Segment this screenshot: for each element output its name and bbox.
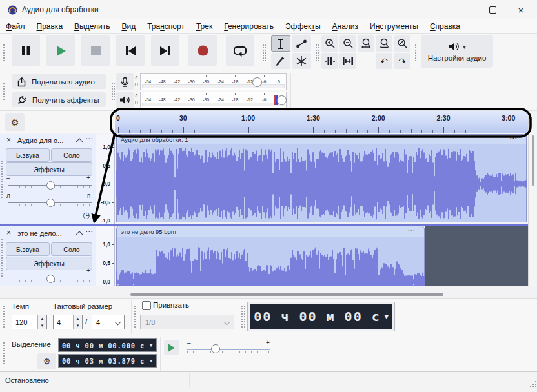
resize-grip-icon[interactable] — [529, 380, 536, 387]
menu-item-4[interactable]: Вид — [116, 19, 141, 34]
zoom-in-button[interactable] — [321, 35, 338, 52]
play-at-speed-button[interactable] — [164, 340, 179, 355]
menu-item-6[interactable]: Трек — [190, 19, 218, 34]
timeline-options-button[interactable]: ⚙ — [5, 113, 25, 131]
toolbar-grip[interactable] — [414, 44, 418, 62]
waveform-track-1[interactable] — [116, 144, 527, 222]
time-ruler[interactable]: 0301:001:302:002:303:00 — [115, 111, 528, 133]
timesig-upper-input[interactable]: 4 ▲▼ — [53, 315, 83, 329]
envelope-tool-button[interactable] — [292, 35, 311, 52]
zoom-selection-button[interactable] — [358, 35, 374, 52]
field-caret-icon[interactable]: ▼ — [150, 358, 153, 364]
play-speed-slider[interactable] — [187, 349, 270, 350]
track-header[interactable]: × это не дело... ⋯ Б.звука Соло Эффекты … — [0, 226, 96, 286]
audio-setup-button[interactable]: ▾ Настройки аудио — [421, 35, 493, 68]
selection-options-button[interactable]: ⚙ — [37, 353, 56, 369]
toolbar-grip[interactable] — [3, 83, 6, 101]
time-display[interactable]: 00 ч 00 м 00 с ▾ — [247, 302, 395, 331]
vertical-scale-ruler[interactable]: 1,00,50,0 — [96, 226, 115, 286]
spin-down-icon[interactable]: ▼ — [74, 322, 82, 329]
mute-button[interactable]: Б.звука — [6, 148, 50, 162]
silence-audio-button[interactable] — [339, 53, 356, 69]
playback-monitor-button[interactable] — [116, 92, 134, 108]
zoom-out-button[interactable] — [339, 35, 356, 52]
timesig-spinner[interactable]: ▲▼ — [73, 315, 82, 329]
spin-up-icon[interactable]: ▲ — [74, 315, 82, 322]
play-speed-knob[interactable] — [211, 344, 220, 353]
pan-slider-knob[interactable] — [46, 199, 55, 207]
trim-audio-button[interactable] — [321, 53, 338, 69]
toolbar-grip[interactable] — [111, 83, 115, 101]
play-button[interactable] — [46, 35, 75, 66]
stop-button[interactable] — [81, 35, 110, 66]
spin-down-icon[interactable]: ▼ — [38, 322, 46, 329]
selected-empty-region[interactable] — [425, 226, 528, 286]
toolbar-grip[interactable] — [262, 44, 266, 62]
selection-end-field[interactable]: 00 ч 03 м 03.879 с ▼ — [58, 354, 157, 368]
recording-meter[interactable]: -54-48-42-36-30-24-18-12-60 — [140, 74, 287, 90]
timesig-lower-select[interactable]: 4 — [92, 315, 125, 329]
track-collapse-icon[interactable] — [76, 138, 83, 145]
snap-value-select[interactable]: 1/8 — [140, 315, 234, 329]
selection-tool-button[interactable] — [271, 35, 290, 52]
undo-button[interactable]: ↶ — [376, 53, 392, 69]
clip-header[interactable]: это не дело 95 bpm ⋯ — [117, 226, 424, 237]
track-menu-button[interactable]: ⋯ — [85, 134, 93, 143]
menu-item-3[interactable]: Выделить — [68, 19, 116, 34]
effects-button[interactable]: Эффекты — [6, 162, 92, 176]
track-close-button[interactable]: × — [6, 135, 11, 144]
time-format-caret-icon[interactable]: ▾ — [385, 312, 389, 321]
vertical-scrollbar[interactable] — [528, 111, 537, 286]
multi-tool-button[interactable] — [292, 53, 311, 69]
toolbar-grip[interactable] — [315, 44, 319, 62]
tempo-spinner[interactable]: ▲▼ — [37, 315, 46, 329]
skip-end-button[interactable] — [151, 35, 179, 66]
selection-start-field[interactable]: 00 ч 00 м 00.000 с ▼ — [58, 338, 157, 352]
waveform-track-2[interactable] — [116, 237, 425, 286]
clip-header[interactable]: Аудио для обработки. 1 ⋯ — [117, 135, 526, 144]
toolbar-grip[interactable] — [3, 305, 6, 329]
menu-item-7[interactable]: Генерировать — [218, 19, 279, 34]
track-menu-button[interactable]: ⋯ — [85, 227, 93, 236]
toolbar-grip[interactable] — [241, 305, 245, 329]
gain-slider-knob[interactable] — [46, 181, 55, 190]
recording-volume-knob[interactable] — [252, 77, 262, 87]
minimize-button[interactable] — [450, 0, 478, 19]
clip-menu-button[interactable]: ⋯ — [509, 133, 517, 142]
menu-item-11[interactable]: Справка — [424, 19, 466, 34]
mic-monitor-button[interactable] — [116, 74, 134, 90]
track-collapse-icon[interactable] — [76, 231, 83, 238]
menu-item-9[interactable]: Анализ — [327, 19, 365, 34]
effects-button[interactable]: Эффекты — [6, 257, 92, 270]
field-caret-icon[interactable]: ▼ — [150, 343, 153, 348]
maximize-button[interactable] — [478, 0, 507, 19]
gain-slider-knob[interactable] — [46, 275, 55, 283]
mute-button[interactable]: Б.звука — [6, 242, 50, 256]
toolbar-grip[interactable] — [3, 342, 6, 366]
track-drag-grip[interactable] — [1, 160, 4, 199]
horizontal-scrollbar-thumb[interactable] — [130, 293, 443, 296]
menu-item-2[interactable]: Правка — [31, 19, 69, 34]
zoom-fit-button[interactable] — [376, 35, 392, 52]
track-title[interactable]: это не дело... — [17, 230, 74, 237]
record-button[interactable] — [188, 35, 217, 66]
clip-menu-button[interactable]: ⋯ — [407, 226, 415, 235]
loop-button[interactable] — [226, 35, 254, 66]
zoom-toggle-button[interactable] — [394, 35, 410, 52]
snap-label[interactable]: Привязать — [153, 301, 189, 309]
pause-button[interactable] — [12, 35, 40, 66]
track-header[interactable]: × Аудио для о... ⋯ Б.звука Соло Эффекты … — [0, 134, 96, 224]
get-effects-button[interactable]: Получить эффекты — [12, 92, 106, 107]
playback-volume-knob[interactable] — [277, 95, 287, 105]
menu-item-5[interactable]: Транспорт — [141, 19, 190, 34]
draw-tool-button[interactable] — [271, 53, 290, 69]
vertical-scale-ruler[interactable]: 1,00,50,0-0,5-1,0 — [96, 134, 115, 224]
menu-item-1[interactable]: Файл — [0, 19, 31, 34]
solo-button[interactable]: Соло — [51, 242, 92, 256]
skip-start-button[interactable] — [116, 35, 145, 66]
track-drag-grip[interactable] — [1, 239, 4, 277]
redo-button[interactable]: ↷ — [394, 53, 410, 69]
solo-button[interactable]: Соло — [51, 148, 92, 162]
menu-item-10[interactable]: Инструменты — [364, 19, 424, 34]
snap-checkbox[interactable] — [142, 301, 151, 310]
